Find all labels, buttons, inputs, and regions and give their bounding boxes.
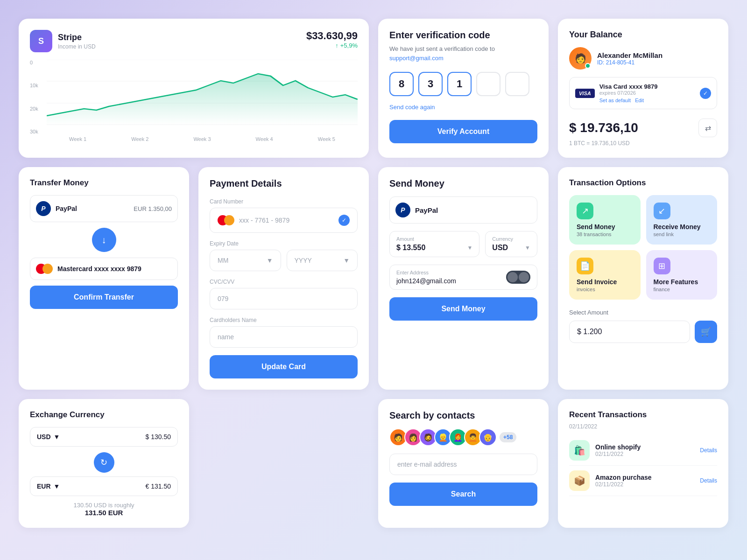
code-input-2[interactable] <box>418 72 443 96</box>
send-again-link[interactable]: Send code again <box>389 104 537 111</box>
amazon-details-link[interactable]: Details <box>700 477 717 484</box>
transfer-provider-label: PayPal <box>56 205 129 212</box>
to-currency-select[interactable]: EUR ▼ <box>37 483 60 490</box>
search-button[interactable]: Search <box>389 483 537 506</box>
stripe-icon: S <box>30 30 52 52</box>
send-invoice-tile[interactable]: 📄 Send Invoice invoices <box>569 250 641 300</box>
select-amount-input[interactable] <box>569 321 690 343</box>
card-number-label: Card Number <box>210 198 358 205</box>
mastercard-label: Mastercard xxxx xxxx 9879 <box>57 265 172 273</box>
email-search-input[interactable] <box>389 454 537 475</box>
mastercard-logo <box>36 264 53 274</box>
currency-value: USD <box>492 244 522 252</box>
cart-button[interactable]: 🛒 <box>695 321 717 343</box>
code-input-3[interactable] <box>447 72 472 96</box>
from-amount: $ 130.50 <box>146 433 171 441</box>
payment-card: Payment Details Card Number xxx - 7761 -… <box>198 167 369 390</box>
card-mc-logo <box>218 215 234 225</box>
more-features-tile-label: More Features <box>654 278 710 286</box>
visa-logo: VISA <box>575 89 595 98</box>
update-card-button[interactable]: Update Card <box>210 355 358 378</box>
toggle-dot-2 <box>519 272 529 282</box>
chart-x-labels: Week 1 Week 2 Week 3 Week 4 Week 5 <box>30 136 358 142</box>
transaction-item-amazon: 📦 Amazon purchase 02/11/2022 Details <box>569 466 717 496</box>
send-money-tile-sub: 38 transactions <box>577 231 633 237</box>
exchange-icon-button[interactable]: ⇄ <box>698 119 717 137</box>
amount-currency-row: Amount $ 13.550 ▼ Currency USD ▼ <box>389 231 537 257</box>
card-actions: Set as default Edit <box>599 98 695 103</box>
currency-field[interactable]: Currency USD ▼ <box>485 231 537 257</box>
options-card: Transaction Options ↗ Send Money 38 tran… <box>558 167 728 390</box>
to-currency-chevron: ▼ <box>54 483 60 490</box>
receive-money-tile-sub: send link <box>654 231 710 237</box>
amount-field[interactable]: Amount $ 13.550 ▼ <box>389 231 479 257</box>
mastercard-row: Mastercard xxxx xxxx 9879 <box>30 258 178 280</box>
balance-amount-value: $ 19.736,10 <box>569 120 638 135</box>
exchange-to-row: EUR ▼ € 131.50 <box>30 476 178 496</box>
to-currency-value: EUR <box>37 483 51 490</box>
stripe-amount: $33.630,99 <box>306 30 358 42</box>
from-currency-select[interactable]: USD ▼ <box>37 433 60 441</box>
address-field[interactable]: Enter Address <box>389 265 537 290</box>
balance-title: Your Balance <box>569 30 717 40</box>
toggle-dot-1 <box>507 272 518 282</box>
address-input[interactable] <box>396 277 506 285</box>
expiry-mm-field[interactable]: MM ▼ <box>210 250 281 271</box>
shopify-date: 02/11/2022 <box>595 451 694 457</box>
receive-money-tile-label: Receive Money <box>654 223 710 231</box>
amount-label: Amount <box>396 236 472 242</box>
verify-email: support@gmail.com <box>389 55 444 62</box>
more-features-tile[interactable]: ⊞ More Features finance <box>646 250 718 300</box>
transfer-amount: EUR 1.350,00 <box>134 205 172 212</box>
cvc-input[interactable] <box>210 288 358 309</box>
send-money-button[interactable]: Send Money <box>389 297 537 321</box>
balance-card: Your Balance 🧑 Alexander McMillan ID: 21… <box>558 19 728 158</box>
cvc-group: CVC/CVV <box>210 279 358 309</box>
card-expires: expires 07/2026 <box>599 90 695 96</box>
select-amount-label: Select Amount <box>569 309 717 316</box>
send-money-tile-label: Send Money <box>577 223 633 231</box>
exchange-from-row: USD ▼ $ 130.50 <box>30 427 178 447</box>
verify-card: Enter verification code We have just sen… <box>378 19 549 158</box>
more-features-tile-sub: finance <box>654 287 710 292</box>
send-money-card: Send Money P PayPal Amount $ 13.550 ▼ Cu… <box>378 167 549 390</box>
cvc-label: CVC/CVV <box>210 279 358 285</box>
code-input-1[interactable] <box>389 72 414 96</box>
receive-money-tile-icon: ↙ <box>654 203 670 219</box>
stripe-card: S Stripe Income in USD $33.630,99 ↑ +5,9… <box>19 19 369 158</box>
verify-desc: We have just sent a verification code to… <box>389 44 537 63</box>
verify-account-button[interactable]: Verify Account <box>389 120 537 143</box>
shopify-name: Online shopify <box>595 443 694 451</box>
paypal-icon: P <box>36 201 51 216</box>
cardholder-input[interactable] <box>210 326 358 348</box>
toggle-switch[interactable] <box>506 271 530 284</box>
chart-svg <box>47 60 358 125</box>
user-name: Alexander McMillan <box>597 51 662 59</box>
exchange-note: 130.50 USD is roughly <box>30 502 178 509</box>
send-money-tile[interactable]: ↗ Send Money 38 transactions <box>569 195 641 245</box>
confirm-transfer-button[interactable]: Confirm Transfer <box>30 286 178 309</box>
receive-money-tile[interactable]: ↙ Receive Money send link <box>646 195 718 245</box>
transaction-item-shopify: 🛍️ Online shopify 02/11/2022 Details <box>569 435 717 466</box>
shopify-info: Online shopify 02/11/2022 <box>595 443 694 457</box>
refresh-button[interactable]: ↻ <box>94 452 114 473</box>
send-invoice-tile-label: Send Invoice <box>577 278 633 286</box>
send-invoice-tile-sub: invoices <box>577 287 633 292</box>
stripe-subtitle: Income in USD <box>58 43 96 50</box>
spacer <box>198 399 369 528</box>
expiry-yyyy-field[interactable]: YYYY ▼ <box>287 250 358 271</box>
balance-amount-row: $ 19.736,10 ⇄ <box>569 119 717 137</box>
shopify-icon: 🛍️ <box>569 440 590 461</box>
card-number-field[interactable]: xxx - 7761 - 9879 ✓ <box>210 208 358 233</box>
download-button[interactable]: ↓ <box>92 228 116 252</box>
code-input-4[interactable] <box>476 72 500 96</box>
shopify-details-link[interactable]: Details <box>700 447 717 454</box>
code-input-5[interactable] <box>505 72 529 96</box>
card-check-icon: ✓ <box>700 88 711 99</box>
amazon-info: Amazon purchase 02/11/2022 <box>595 474 694 488</box>
amount-value: $ 13.550 <box>396 244 464 252</box>
card-number-value: xxx - 7761 - 9879 <box>239 217 334 224</box>
cardholder-group: Cardholders Name <box>210 317 358 348</box>
currency-label: Currency <box>492 236 530 242</box>
card-name: Visa Card xxxx 9879 <box>599 83 695 90</box>
